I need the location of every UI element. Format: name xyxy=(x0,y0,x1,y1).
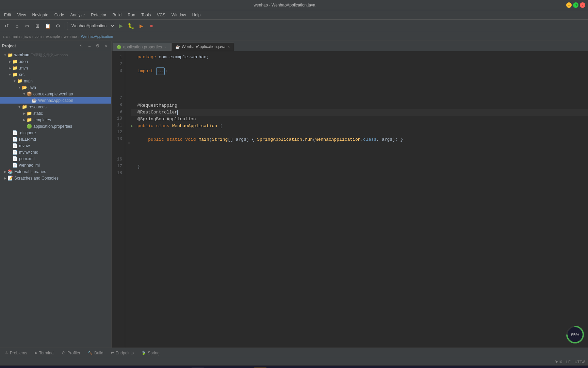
bottom-tab-spring[interactable]: 🍃 Spring xyxy=(138,349,163,357)
tree-item-templates[interactable]: ▶ 📁 templates xyxy=(0,117,111,123)
breadcrumb-wenhao-app[interactable]: WenhaoApplication xyxy=(81,34,113,39)
folder-icon: 📁 xyxy=(17,78,22,83)
toolbar-settings-button[interactable]: ⚙ xyxy=(53,21,63,31)
code-paren3: ( xyxy=(313,136,315,143)
breadcrumb-main[interactable]: main xyxy=(12,34,20,39)
taskbar-chrome[interactable]: 🌐 xyxy=(191,367,205,368)
breadcrumb-wenhao[interactable]: wenhao xyxy=(64,34,77,39)
tree-item-pom-xml[interactable]: 📄 pom.xml xyxy=(0,155,111,162)
folder-icon: 📁 xyxy=(12,72,18,77)
tree-item-help-md[interactable]: 📄 HELP.md xyxy=(0,136,111,142)
tab-application-properties[interactable]: 🟢 application.properties × xyxy=(113,43,171,51)
taskbar-other[interactable]: 🔶 xyxy=(269,367,283,368)
arrow-icon: ▶ xyxy=(22,112,27,115)
tree-item-wenhao-root[interactable]: ▼ 📁 wenhao F:\新建文件夹\wenhao xyxy=(0,52,111,58)
code-line-18 xyxy=(131,170,588,177)
menu-item-vcs[interactable]: VCS xyxy=(154,12,168,18)
sidebar-scroll-left-button[interactable]: ↖ xyxy=(78,43,85,49)
start-button[interactable]: ⊞ xyxy=(3,366,18,368)
tab-close-button[interactable]: × xyxy=(164,45,167,49)
arrow-icon: ▼ xyxy=(22,92,27,96)
breadcrumb-com[interactable]: com xyxy=(35,34,42,39)
tree-item-mvnw-cmd[interactable]: 📄 mvnw.cmd xyxy=(0,149,111,155)
tab-wenhao-application-java[interactable]: ☕ WenhaoApplication.java × xyxy=(172,43,234,51)
menu-item-help[interactable]: Help xyxy=(190,12,203,18)
code-comma: , xyxy=(376,136,379,143)
tree-item-wenhao-application[interactable]: ☕ WenhaoApplication xyxy=(0,97,111,104)
title-bar: wenhao - WenhaoApplication.java − □ × xyxy=(0,0,588,10)
run-gutter-arrow[interactable]: ▶ xyxy=(131,123,136,129)
bottom-tab-terminal[interactable]: ▶ Terminal xyxy=(31,349,58,357)
bottom-tab-problems[interactable]: ⚠ Problems xyxy=(1,349,31,357)
menu-item-window[interactable]: Window xyxy=(169,12,189,18)
keyword-import: import xyxy=(137,68,153,75)
tree-label: application.properties xyxy=(33,124,72,129)
taskbar: ⊞ 🔍 Search 📁 🌐 🦊 💙 🎮 ☕ 🔶 ∧ 🎤 🌐 ⚡ 10:3020… xyxy=(0,365,588,368)
menu-item-analyze[interactable]: Analyze xyxy=(68,12,88,18)
breadcrumb-example[interactable]: example xyxy=(46,34,60,39)
toolbar-back-button[interactable]: ↺ xyxy=(2,21,12,31)
toolbar-home-button[interactable]: ⌂ xyxy=(12,21,22,31)
tree-item-external-libs[interactable]: ▶ 📚 External Libraries xyxy=(0,168,111,175)
maximize-button[interactable]: □ xyxy=(573,2,578,8)
toolbar-copy-button[interactable]: ⊞ xyxy=(33,21,42,31)
tree-item-resources[interactable]: ▼ 📁 resources xyxy=(0,104,111,110)
taskbar-edge[interactable]: 💙 xyxy=(222,367,236,368)
taskbar-firefox[interactable]: 🦊 xyxy=(207,367,220,368)
menu-item-view[interactable]: View xyxy=(15,12,29,18)
minimize-button[interactable]: − xyxy=(566,2,572,8)
code-text: com.example.wenhao; xyxy=(159,54,209,61)
menu-item-run[interactable]: Run xyxy=(125,12,138,18)
import-ellipsis[interactable]: ... xyxy=(156,67,165,75)
sidebar-header: Project ↖ ≡ ⚙ × xyxy=(0,41,111,51)
breadcrumb-java[interactable]: java xyxy=(24,34,31,39)
menu-item-build[interactable]: Build xyxy=(110,12,125,18)
toolbar-cut-button[interactable]: ✂ xyxy=(22,21,32,31)
tree-item-mvn[interactable]: ▶ 📁 .mvn xyxy=(0,65,111,71)
menu-item-navigate[interactable]: Navigate xyxy=(29,12,51,18)
folder-icon: 📁 xyxy=(22,104,27,109)
sidebar-close-button[interactable]: × xyxy=(102,43,109,49)
taskbar-game[interactable]: 🎮 xyxy=(238,367,251,368)
bottom-tab-build[interactable]: 🔨 Build xyxy=(84,349,107,357)
breadcrumb-sep1: › xyxy=(9,34,11,39)
sidebar-collapse-all-button[interactable]: ≡ xyxy=(86,43,93,49)
title-text: wenhao - WenhaoApplication.java xyxy=(3,3,566,7)
toolbar-paste-button[interactable]: 📋 xyxy=(43,21,52,31)
tree-item-com-example-wenhao[interactable]: ▼ 📦 com.example.wenhao xyxy=(0,91,111,97)
run-config-dropdown[interactable]: WenhaoApplication xyxy=(67,22,115,30)
run-button[interactable]: ▶ xyxy=(116,21,126,31)
tree-item-idea[interactable]: ▶ 📁 .idea xyxy=(0,58,111,65)
tree-item-gitignore[interactable]: 📄 .gitignore xyxy=(0,129,111,136)
tree-item-static[interactable]: ▶ 📁 static xyxy=(0,110,111,117)
tree-item-main[interactable]: ▼ 📁 main xyxy=(0,78,111,84)
tree-item-java[interactable]: ▼ 📂 java xyxy=(0,84,111,91)
menu-item-edit[interactable]: Edit xyxy=(1,12,14,18)
cursor-position[interactable]: 9:16 xyxy=(555,360,562,364)
tab-close-button[interactable]: × xyxy=(227,45,230,49)
tree-item-wenhao-iml[interactable]: 📄 wenhao.iml xyxy=(0,162,111,168)
line-ending[interactable]: LF xyxy=(566,360,571,364)
tree-item-scratches[interactable]: ▶ 📝 Scratches and Consoles xyxy=(0,175,111,181)
sidebar-settings-button[interactable]: ⚙ xyxy=(94,43,101,49)
tree-item-application-properties[interactable]: 🟢 application.properties xyxy=(0,123,111,129)
menu-item-tools[interactable]: Tools xyxy=(138,12,153,18)
taskbar-intellij[interactable]: ☕ xyxy=(254,367,267,368)
breadcrumb-src[interactable]: src xyxy=(3,34,8,39)
coverage-button[interactable]: ▶ xyxy=(136,21,146,31)
tree-item-src[interactable]: ▼ 📁 src xyxy=(0,71,111,78)
editor-content[interactable]: 1 2 3 4 5 6 7 8 9 10 11 12 13 14 15 16 1… xyxy=(112,51,588,348)
close-button[interactable]: × xyxy=(580,2,585,8)
debug-button[interactable]: 🐛 xyxy=(126,21,136,31)
stop-button[interactable]: ■ xyxy=(147,21,156,31)
encoding[interactable]: UTF-8 xyxy=(575,360,585,364)
bottom-tab-endpoints[interactable]: ⇌ Endpoints xyxy=(108,349,137,357)
tree-item-mvnw[interactable]: 📄 mvnw xyxy=(0,142,111,149)
menu-item-code[interactable]: Code xyxy=(52,12,67,18)
code-area[interactable]: package com.example.wenhao; import ...; xyxy=(125,51,588,348)
bottom-tab-profiler[interactable]: ⏱ Profiler xyxy=(59,349,84,357)
menu-item-refactor[interactable]: Refactor xyxy=(88,12,109,18)
taskbar-file-explorer[interactable]: 📁 xyxy=(175,367,189,368)
bottom-tab-label: Profiler xyxy=(67,351,80,355)
string-type: String xyxy=(212,136,228,143)
